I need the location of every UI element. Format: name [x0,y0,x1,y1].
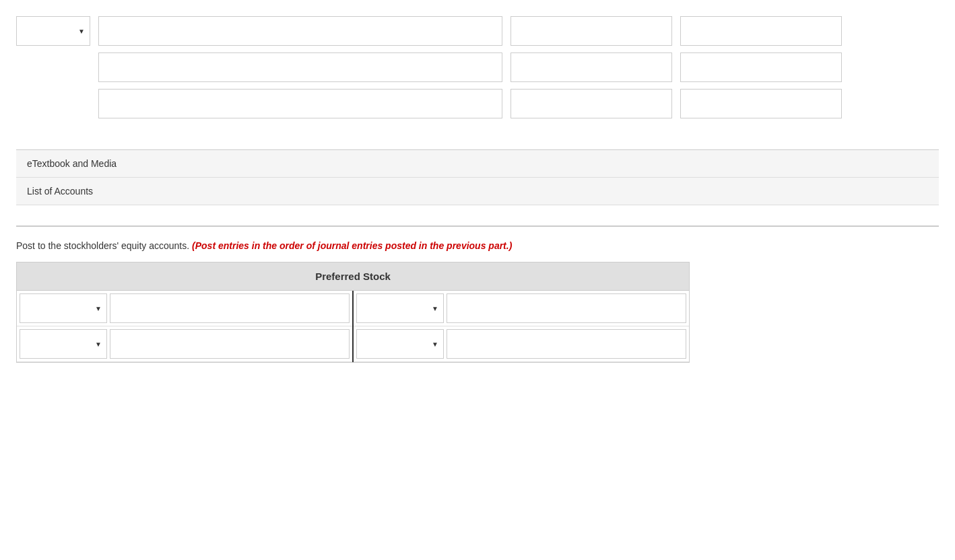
row2-input3[interactable] [680,53,842,82]
ledger-right-row-1 [354,291,689,326]
ledger-left-select-1-wrapper[interactable] [20,293,107,323]
ledger-right-select-2[interactable] [356,329,444,359]
row1-input3[interactable] [680,16,842,46]
ledger-left-input-1[interactable] [110,293,350,323]
instruction-text: Post to the stockholders' equity account… [16,240,939,251]
ledger-header: Preferred Stock [17,262,689,291]
row2-input1[interactable] [98,53,502,82]
ledger-left [17,291,354,362]
row1-select[interactable] [16,16,90,46]
top-form [16,11,939,136]
ledger-container: Preferred Stock [16,262,690,363]
etextbook-label: eTextbook and Media [27,158,117,169]
instruction-static: Post to the stockholders' equity account… [16,240,189,251]
ledger-right-select-1[interactable] [356,293,444,323]
ledger-right-input-1[interactable] [447,293,686,323]
section-divider [16,225,939,227]
ledger-left-select-1[interactable] [20,293,107,323]
ledger-title: Preferred Stock [315,271,391,282]
row3-input1[interactable] [98,89,502,118]
ledger-left-input-2[interactable] [110,329,350,359]
ledger-right [354,291,689,362]
ledger-right-select-1-wrapper[interactable] [356,293,444,323]
ledger-left-select-2-wrapper[interactable] [20,329,107,359]
ledger-right-row-2 [354,326,689,362]
etextbook-link[interactable]: eTextbook and Media [16,150,939,178]
page-wrapper: eTextbook and Media List of Accounts Pos… [0,0,955,560]
list-of-accounts-label: List of Accounts [27,186,93,197]
ledger-left-row-1 [17,291,352,326]
row3-input2[interactable] [511,89,672,118]
ledger-right-select-2-wrapper[interactable] [356,329,444,359]
row1-input2[interactable] [511,16,672,46]
row1-select-wrapper[interactable] [16,16,90,46]
form-row-1 [16,16,939,46]
ledger-left-select-2[interactable] [20,329,107,359]
ledger-body [17,291,689,362]
links-section: eTextbook and Media List of Accounts [16,149,939,205]
row2-input2[interactable] [511,53,672,82]
ledger-left-row-2 [17,326,352,362]
row1-input1[interactable] [98,16,502,46]
ledger-right-input-2[interactable] [447,329,686,359]
instruction-highlight: (Post entries in the order of journal en… [192,240,512,251]
row3-input3[interactable] [680,89,842,118]
form-row-2 [16,53,939,82]
list-of-accounts-link[interactable]: List of Accounts [16,178,939,205]
form-row-3 [16,89,939,118]
